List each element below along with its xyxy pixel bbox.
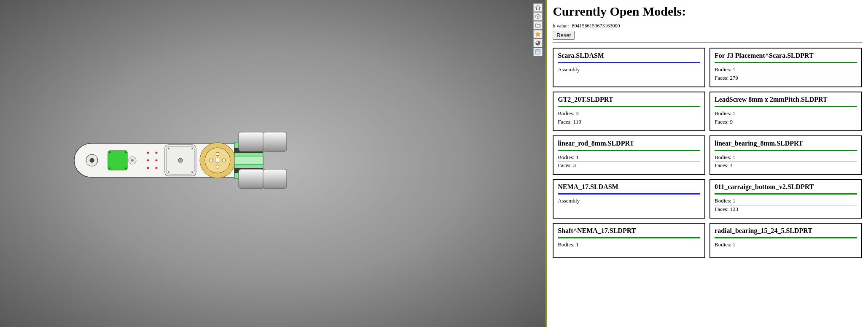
model-type-bar [715, 62, 857, 63]
svg-point-21 [191, 171, 193, 173]
svg-point-6 [125, 168, 126, 169]
model-card[interactable]: radial_bearing_15_24_5.SLDPRTBodies: 1 [709, 223, 862, 258]
svg-rect-36 [263, 132, 287, 151]
open-icon[interactable] [533, 21, 543, 30]
model-card-info-line: Faces: 9 [715, 118, 857, 126]
model-card-info-line: Bodies: 1 [558, 241, 700, 249]
svg-point-13 [147, 167, 149, 169]
model-card-title: LeadScrew 8mm x 2mmPitch.SLDPRT [715, 96, 857, 103]
svg-point-5 [109, 168, 110, 169]
svg-point-8 [131, 159, 134, 162]
model-card-info: Assembly [558, 66, 700, 74]
svg-rect-32 [234, 156, 263, 165]
model-card-info: Bodies: 1Faces: 123 [715, 197, 857, 213]
svg-point-12 [155, 159, 157, 161]
model-card-title: radial_bearing_15_24_5.SLDPRT [715, 227, 857, 235]
home-icon[interactable] [533, 3, 543, 12]
svg-point-17 [178, 158, 183, 162]
svg-point-19 [191, 148, 193, 149]
model-card-info: Bodies: 1Faces: 279 [715, 66, 857, 82]
model-card[interactable]: linear_bearing_8mm.SLDPRTBodies: 1Faces:… [709, 135, 862, 175]
model-card-info-line: Faces: 4 [715, 162, 857, 170]
model-card[interactable]: For J3 Placement^Scara.SLDPRTBodies: 1Fa… [709, 48, 862, 87]
model-card[interactable]: LeadScrew 8mm x 2mmPitch.SLDPRTBodies: 1… [709, 92, 862, 131]
favorite-icon[interactable] [533, 30, 543, 38]
panel-heading: Currently Open Models: [553, 4, 862, 19]
cad-model [66, 124, 302, 205]
model-card-info: Bodies: 1 [715, 241, 857, 249]
model-card-info-line: Bodies: 1 [715, 66, 857, 74]
model-card-title: 011_carraige_bottom_v2.SLDPRT [715, 183, 857, 191]
appearance-icon[interactable] [533, 39, 543, 47]
model-card[interactable]: NEMA_17.SLDASMAssembly [553, 179, 705, 219]
model-card-info-line: Bodies: 3 [558, 110, 700, 118]
model-card[interactable]: GT2_20T.SLDPRTBodies: 3Faces: 119 [553, 92, 705, 131]
model-card-info-line: Assembly [558, 197, 700, 205]
model-card-info: Bodies: 1Faces: 9 [715, 110, 857, 126]
model-card-info: Bodies: 3Faces: 119 [558, 110, 700, 126]
svg-rect-35 [239, 132, 264, 151]
model-card-title: Scara.SLDASM [558, 52, 700, 59]
model-card-info-line: Bodies: 1 [558, 154, 700, 162]
model-card-info: Bodies: 1Faces: 4 [715, 154, 857, 170]
model-card-info: Bodies: 1 [558, 241, 700, 249]
model-card-info-line: Bodies: 1 [715, 197, 857, 205]
svg-point-28 [222, 159, 226, 162]
model-type-bar [558, 150, 700, 151]
svg-rect-38 [263, 169, 287, 189]
model-card-info-line: Assembly [558, 66, 700, 74]
model-card-info-line: Faces: 119 [558, 118, 700, 126]
model-type-bar [715, 193, 857, 195]
svg-point-14 [155, 167, 157, 169]
model-card-info-line: Bodies: 1 [715, 154, 857, 162]
cad-viewport[interactable] [0, 0, 547, 327]
svg-rect-2 [108, 151, 127, 170]
svg-point-11 [147, 159, 149, 161]
model-card-title: Shaft^NEMA_17.SLDPRT [558, 227, 700, 235]
model-type-bar [558, 193, 700, 195]
svg-point-24 [215, 158, 220, 163]
model-type-bar [558, 237, 700, 238]
model-card-title: For J3 Placement^Scara.SLDPRT [715, 52, 857, 59]
reset-button[interactable]: Reset [553, 31, 575, 40]
isometric-icon[interactable] [533, 12, 543, 21]
model-card-title: GT2_20T.SLDPRT [558, 96, 700, 103]
svg-point-18 [168, 148, 169, 149]
model-card-info-line: Bodies: 1 [715, 241, 857, 249]
model-card[interactable]: Shaft^NEMA_17.SLDPRTBodies: 1 [553, 223, 705, 258]
model-card-title: NEMA_17.SLDASM [558, 183, 700, 191]
model-card-info: Assembly [558, 197, 700, 205]
model-card-info: Bodies: 1Faces: 3 [558, 154, 700, 170]
svg-point-9 [147, 151, 149, 154]
model-type-bar [715, 150, 857, 151]
model-card-title: linear_rod_8mm.SLDPRT [558, 140, 700, 147]
svg-point-27 [210, 159, 213, 162]
model-card-info-line: Faces: 3 [558, 162, 700, 170]
svg-point-3 [109, 151, 110, 153]
hvalue-label: h value: -8041566159673163000 [553, 23, 862, 29]
models-panel: Currently Open Models: h value: -8041566… [547, 0, 868, 327]
viewport-toolbar [533, 3, 543, 56]
model-card-info-line: Faces: 279 [715, 74, 857, 82]
model-type-bar [558, 106, 700, 107]
model-type-bar [715, 237, 857, 238]
model-type-bar [558, 62, 700, 63]
svg-point-10 [155, 151, 157, 154]
model-card-info-line: Faces: 123 [715, 205, 857, 213]
svg-point-1 [90, 158, 94, 162]
viewport-divider [546, 0, 547, 327]
svg-point-26 [216, 165, 219, 168]
cards-grid: Scara.SLDASMAssemblyFor J3 Placement^Sca… [553, 48, 862, 258]
panel-divider [553, 42, 862, 43]
model-card[interactable]: linear_rod_8mm.SLDPRTBodies: 1Faces: 3 [553, 135, 705, 175]
model-type-bar [715, 106, 857, 107]
model-card-info-line: Bodies: 1 [715, 110, 857, 118]
svg-point-4 [125, 151, 126, 153]
model-card[interactable]: 011_carraige_bottom_v2.SLDPRTBodies: 1Fa… [709, 179, 862, 219]
svg-rect-37 [239, 169, 264, 189]
svg-point-20 [168, 171, 169, 173]
model-card-title: linear_bearing_8mm.SLDPRT [715, 140, 857, 147]
svg-point-25 [216, 152, 219, 156]
list-icon[interactable] [533, 48, 543, 56]
model-card[interactable]: Scara.SLDASMAssembly [553, 48, 705, 87]
